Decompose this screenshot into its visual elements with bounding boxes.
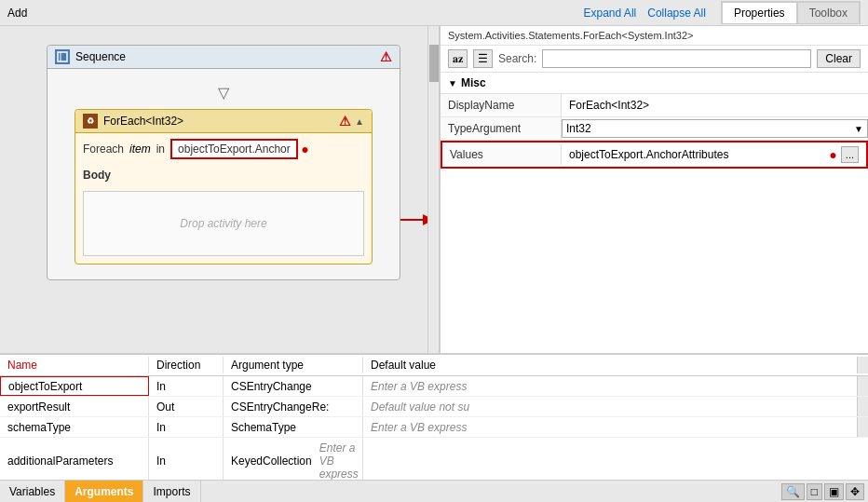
canvas-area: Sequence ⚠ ▽ ♻ ForEach<Int32> ⚠ ▲ bbox=[0, 26, 440, 353]
expand-icon: ▣ bbox=[829, 485, 839, 498]
table-row[interactable]: additionalParameters In KeyedCollection … bbox=[0, 438, 868, 480]
svg-rect-2 bbox=[58, 52, 67, 61]
cell-default-0: Enter a VB express bbox=[363, 376, 857, 396]
tab-toolbox[interactable]: Toolbox bbox=[797, 2, 860, 23]
table-row[interactable]: schemaType In SchemaType Enter a VB expr… bbox=[0, 417, 868, 438]
values-content: objectToExport.AnchorAttributes ● ... bbox=[562, 142, 866, 167]
cell-argtype-3: KeyedCollection Enter a VB express bbox=[224, 438, 363, 480]
col-argtype-header: Argument type bbox=[224, 357, 363, 373]
bottom-tab-actions: 🔍 □ ▣ ✥ bbox=[778, 483, 868, 500]
search-button[interactable]: 🔍 bbox=[781, 483, 805, 500]
tab-properties[interactable]: Properties bbox=[722, 2, 797, 23]
sequence-container: Sequence ⚠ ▽ ♻ ForEach<Int32> ⚠ ▲ bbox=[47, 45, 400, 280]
display-name-row: DisplayName ForEach<Int32> bbox=[441, 94, 868, 117]
cell-name-1: exportResult bbox=[0, 397, 149, 416]
drop-hint-text: Drop activity here bbox=[180, 217, 266, 230]
display-name-text: ForEach<Int32> bbox=[569, 99, 649, 112]
misc-collapse-icon[interactable]: ▼ bbox=[448, 78, 457, 88]
cell-dir-1: Out bbox=[149, 397, 224, 416]
values-ellipsis-button[interactable]: ... bbox=[841, 146, 859, 163]
cell-dir-0: In bbox=[149, 376, 224, 396]
table-row[interactable]: objectToExport In CSEntryChange Enter a … bbox=[0, 376, 868, 397]
bottom-tabs: Variables Arguments Imports 🔍 □ ▣ ✥ bbox=[0, 480, 868, 502]
cell-default-3: Enter a VB express bbox=[312, 440, 366, 480]
tab-imports[interactable]: Imports bbox=[143, 481, 200, 502]
sequence-error-icon: ⚠ bbox=[380, 49, 392, 64]
zoom-icon: ✥ bbox=[850, 485, 860, 498]
cell-name-2: schemaType bbox=[0, 417, 149, 437]
sort-az-button[interactable]: 𝐚𝐳 bbox=[448, 49, 468, 68]
zoom-button[interactable]: ✥ bbox=[846, 483, 864, 500]
row-scroll-placeholder bbox=[857, 397, 868, 416]
foreach-value-error-icon: ● bbox=[301, 142, 308, 156]
cell-default-2: Enter a VB express bbox=[363, 417, 857, 437]
display-name-value: ForEach<Int32> bbox=[562, 95, 868, 115]
tab-variables[interactable]: Variables bbox=[0, 481, 65, 502]
display-name-label: DisplayName bbox=[441, 94, 562, 116]
type-argument-text: Int32 bbox=[566, 122, 591, 135]
cell-dir-3: In bbox=[149, 438, 224, 480]
type-argument-dropdown[interactable]: Int32 ▼ bbox=[562, 119, 868, 138]
type-argument-value[interactable]: Int32 ▼ bbox=[562, 119, 868, 138]
main-area: Sequence ⚠ ▽ ♻ ForEach<Int32> ⚠ ▲ bbox=[0, 26, 868, 353]
canvas-scrollbar[interactable] bbox=[427, 26, 439, 353]
cell-argtype-0: CSEntryChange bbox=[224, 376, 363, 396]
search-input[interactable] bbox=[542, 49, 811, 68]
expand-button[interactable]: ▣ bbox=[824, 483, 844, 500]
col-direction-header: Direction bbox=[149, 357, 224, 373]
sequence-label: Sequence bbox=[75, 50, 126, 63]
foreach-label: ForEach<Int32> bbox=[103, 115, 183, 128]
misc-section-label: Misc bbox=[461, 76, 486, 89]
cell-argtype-2: SchemaType bbox=[224, 417, 363, 437]
arguments-table: Name Direction Argument type Default val… bbox=[0, 355, 868, 480]
sequence-icon bbox=[55, 49, 70, 64]
col-name-header: Name bbox=[0, 357, 149, 373]
foreach-drop-area[interactable]: Drop activity here bbox=[83, 191, 364, 256]
expand-all-button[interactable]: Expand All bbox=[584, 7, 637, 20]
canvas-scroll-thumb bbox=[429, 45, 439, 82]
cell-name-0: objectToExport bbox=[0, 376, 149, 396]
row-scroll-placeholder bbox=[857, 376, 868, 396]
tab-arguments[interactable]: Arguments bbox=[65, 481, 143, 502]
col-default-header: Default value bbox=[363, 357, 857, 373]
add-button[interactable]: Add bbox=[7, 7, 27, 20]
search-label: Search: bbox=[498, 52, 536, 65]
values-label: Values bbox=[442, 144, 562, 165]
foreach-error-icon: ⚠ bbox=[339, 114, 351, 129]
values-text: objectToExport.AnchorAttributes bbox=[569, 148, 825, 161]
dropdown-arrow-icon: ▼ bbox=[854, 124, 863, 134]
cell-argtype-1: CSEntryChangeRe: bbox=[224, 397, 363, 416]
table-row[interactable]: exportResult Out CSEntryChangeRe: Defaul… bbox=[0, 397, 868, 417]
sequence-body: ▽ ♻ ForEach<Int32> ⚠ ▲ Fore bbox=[47, 69, 400, 279]
search-icon: 🔍 bbox=[786, 485, 800, 498]
foreach-in-text: in bbox=[156, 142, 165, 156]
foreach-header: ♻ ForEach<Int32> ⚠ ▲ bbox=[75, 110, 372, 133]
foreach-collapse-btn[interactable]: ▲ bbox=[355, 116, 364, 127]
foreach-body-label: Body bbox=[75, 165, 372, 185]
properties-section: ▼ Misc DisplayName ForEach<Int32> TypeAr… bbox=[441, 73, 868, 169]
collapse-all-button[interactable]: Collapse All bbox=[647, 7, 706, 20]
foreach-text: Foreach bbox=[83, 142, 124, 156]
table-header: Name Direction Argument type Default val… bbox=[0, 355, 868, 376]
foreach-container: ♻ ForEach<Int32> ⚠ ▲ Foreach item in bbox=[75, 109, 373, 265]
sequence-arrow-down: ▽ bbox=[218, 84, 229, 102]
cell-name-3: additionalParameters bbox=[0, 438, 149, 480]
type-argument-label: TypeArgument bbox=[441, 117, 562, 140]
fit-button[interactable]: □ bbox=[807, 483, 822, 500]
properties-toolbar: 𝐚𝐳 ☰ Search: Clear bbox=[441, 46, 868, 73]
foreach-value-box[interactable]: objectToExport.Anchor bbox=[170, 139, 298, 159]
foreach-value-text: objectToExport.Anchor bbox=[178, 142, 291, 156]
right-panel: System.Activities.Statements.ForEach<Sys… bbox=[440, 26, 868, 353]
sort-category-button[interactable]: ☰ bbox=[473, 49, 493, 68]
type-argument-row: TypeArgument Int32 ▼ bbox=[441, 117, 868, 141]
values-error-icon: ● bbox=[829, 147, 836, 162]
cell-default-1: Default value not su bbox=[363, 397, 857, 416]
table-scrollbar-header bbox=[857, 357, 868, 373]
properties-title: System.Activities.Statements.ForEach<Sys… bbox=[441, 26, 868, 46]
clear-button[interactable]: Clear bbox=[817, 49, 861, 68]
foreach-item-text: item bbox=[129, 142, 151, 156]
top-bar: Add Expand All Collapse All Properties T… bbox=[0, 0, 868, 26]
sort-az-icon: 𝐚𝐳 bbox=[453, 52, 463, 65]
values-row: Values objectToExport.AnchorAttributes ●… bbox=[441, 141, 868, 169]
cell-dir-2: In bbox=[149, 417, 224, 437]
